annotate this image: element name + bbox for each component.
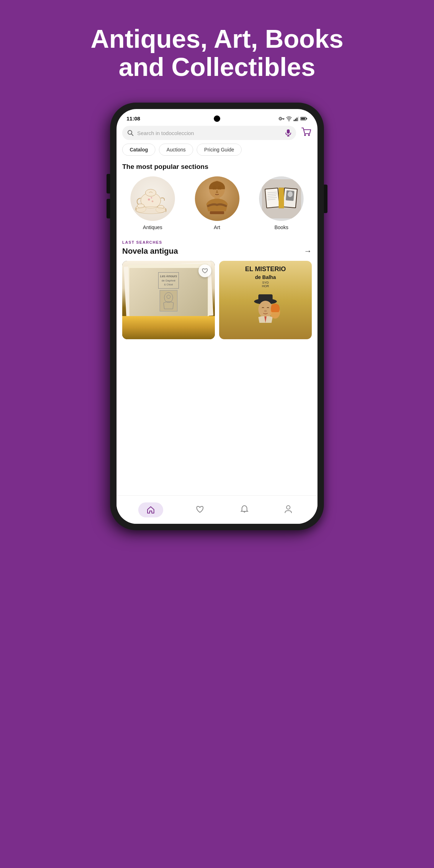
camera-notch xyxy=(214,115,220,122)
filter-tabs: Catalog Auctions Pricing Guide xyxy=(117,144,317,161)
category-books[interactable]: Books xyxy=(251,176,312,230)
svg-rect-11 xyxy=(306,118,308,119)
svg-point-5 xyxy=(289,120,290,121)
svg-rect-47 xyxy=(279,188,284,208)
product-grid: Les Amours de Daphné & Chloé xyxy=(117,261,317,339)
user-icon xyxy=(284,505,292,513)
phone-mockup: 11:08 xyxy=(110,103,324,530)
heart-icon xyxy=(196,505,204,513)
svg-point-0 xyxy=(279,117,282,120)
nav-home[interactable] xyxy=(138,502,163,517)
svg-rect-7 xyxy=(295,119,296,121)
bell-icon xyxy=(241,505,248,513)
cart-icon[interactable] xyxy=(301,127,312,139)
svg-rect-34 xyxy=(210,211,224,214)
search-icon xyxy=(127,130,134,136)
last-searches-label: LAST SEARCHES xyxy=(122,240,312,244)
bottom-nav xyxy=(117,495,317,524)
svg-rect-8 xyxy=(296,118,298,121)
last-searches-section: LAST SEARCHES Novela antigua → xyxy=(117,237,317,256)
nav-favorites[interactable] xyxy=(192,502,208,518)
svg-rect-9 xyxy=(298,117,299,121)
svg-rect-6 xyxy=(294,120,295,121)
battery-icon xyxy=(300,117,308,121)
svg-rect-15 xyxy=(287,129,290,134)
wifi-icon xyxy=(286,116,292,121)
key-icon xyxy=(279,117,284,121)
categories-row: Antiques xyxy=(117,176,317,237)
svg-point-22 xyxy=(148,198,150,201)
svg-point-1 xyxy=(280,118,281,119)
svg-point-24 xyxy=(151,197,152,198)
category-antiques[interactable]: Antiques xyxy=(122,176,183,230)
page-title: Antiques, Art, Books and Collectibles xyxy=(55,0,379,99)
svg-rect-12 xyxy=(301,118,305,119)
power-button xyxy=(324,185,327,213)
home-icon xyxy=(147,506,155,514)
nav-profile[interactable] xyxy=(281,501,296,518)
status-icons xyxy=(279,116,308,121)
svg-rect-50 xyxy=(160,290,177,311)
volume-down-button xyxy=(107,199,110,218)
phone-screen: 11:08 xyxy=(117,109,317,524)
last-search-text: Novela antigua xyxy=(122,247,178,256)
mic-icon[interactable] xyxy=(285,129,291,136)
antiques-label: Antiques xyxy=(143,224,162,230)
status-time: 11:08 xyxy=(126,115,140,122)
search-placeholder: Search in todocoleccion xyxy=(137,130,282,136)
svg-point-55 xyxy=(258,301,273,318)
search-bar[interactable]: Search in todocoleccion xyxy=(122,126,296,140)
svg-point-23 xyxy=(152,200,154,202)
nav-notifications[interactable] xyxy=(237,501,252,518)
popular-sections-title: The most popular sections xyxy=(117,161,317,176)
svg-point-59 xyxy=(286,506,290,509)
signal-icon xyxy=(294,116,299,121)
product-card-2[interactable]: EL MISTERIO de Balha SYDHOR xyxy=(219,261,312,339)
art-label: Art xyxy=(214,224,220,230)
antiques-image xyxy=(130,176,175,221)
books-image xyxy=(259,176,304,221)
volume-up-button xyxy=(107,174,110,193)
tab-catalog[interactable]: Catalog xyxy=(122,144,155,156)
svg-point-29 xyxy=(136,207,166,214)
tab-auctions[interactable]: Auctions xyxy=(159,144,193,156)
tab-pricing-guide[interactable]: Pricing Guide xyxy=(197,144,242,156)
status-bar: 11:08 xyxy=(117,109,317,124)
svg-point-19 xyxy=(308,134,310,136)
last-search-row[interactable]: Novela antigua → xyxy=(122,247,312,256)
svg-line-14 xyxy=(131,134,133,136)
books-label: Books xyxy=(274,224,288,230)
art-image xyxy=(195,176,239,221)
category-art[interactable]: Art xyxy=(187,176,248,230)
arrow-icon[interactable]: → xyxy=(304,247,312,256)
svg-point-56 xyxy=(264,310,267,312)
svg-point-18 xyxy=(304,134,306,136)
product-card-1[interactable]: Les Amours de Daphné & Chloé xyxy=(122,261,215,339)
